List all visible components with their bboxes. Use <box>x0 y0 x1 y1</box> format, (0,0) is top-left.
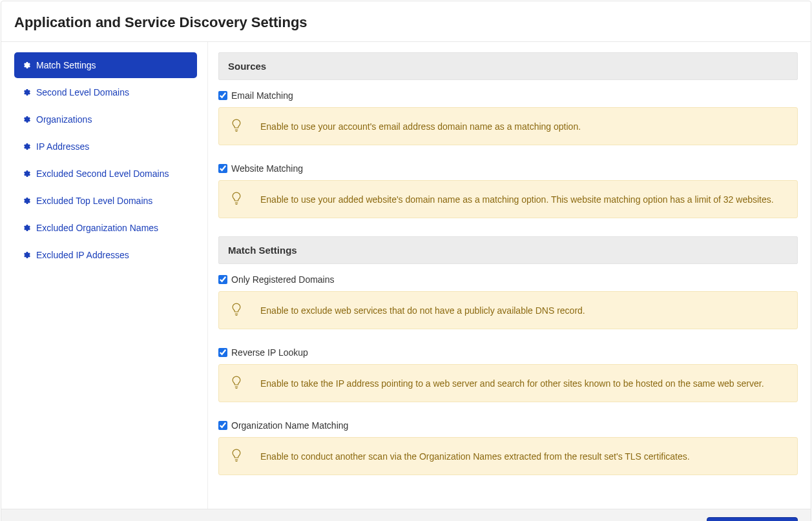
gear-icon <box>23 88 31 96</box>
setting-email-matching: Email Matching Enable to use your accoun… <box>218 90 798 145</box>
setting-organization-name-matching: Organization Name Matching Enable to con… <box>218 420 798 475</box>
sidebar-item-label: Match Settings <box>36 60 96 70</box>
sidebar-item-excluded-top-level-domains[interactable]: Excluded Top Level Domains <box>14 188 197 214</box>
checkbox-label: Website Matching <box>231 163 303 174</box>
gear-icon <box>23 224 31 232</box>
panel-footer: Save & Recrawl <box>1 509 811 521</box>
sidebar-item-second-level-domains[interactable]: Second Level Domains <box>14 79 197 105</box>
hint-box: Enable to take the IP address pointing t… <box>218 364 798 402</box>
sidebar-item-match-settings[interactable]: Match Settings <box>14 52 197 78</box>
content-area: Sources Email Matching Enable to use you… <box>208 42 811 509</box>
lightbulb-icon <box>231 302 242 318</box>
hint-text: Enable to take the IP address pointing t… <box>260 378 764 389</box>
sidebar: Match Settings Second Level Domains Orga… <box>1 42 208 509</box>
lightbulb-icon <box>231 448 242 464</box>
gear-icon <box>23 116 31 123</box>
sidebar-item-label: Second Level Domains <box>36 87 129 97</box>
sidebar-item-organizations[interactable]: Organizations <box>14 107 197 132</box>
checkbox-email-matching[interactable] <box>218 91 227 100</box>
hint-box: Enable to exclude web services that do n… <box>218 291 798 329</box>
save-and-recrawl-button[interactable]: Save & Recrawl <box>707 517 798 521</box>
section-header-match-settings: Match Settings <box>218 236 798 264</box>
lightbulb-icon <box>231 118 242 134</box>
gear-icon <box>23 197 31 205</box>
page-title: Application and Service Discovery Settin… <box>14 14 798 31</box>
sidebar-item-label: Excluded Organization Names <box>36 223 158 233</box>
checkbox-reverse-ip-lookup[interactable] <box>218 348 227 357</box>
checkbox-organization-name-matching[interactable] <box>218 421 227 430</box>
gear-icon <box>23 143 31 150</box>
gear-icon <box>23 61 31 69</box>
sidebar-item-label: Excluded IP Addresses <box>36 250 129 260</box>
checkbox-website-matching[interactable] <box>218 164 227 173</box>
sidebar-item-ip-addresses[interactable]: IP Addresses <box>14 134 197 159</box>
checkbox-label: Organization Name Matching <box>231 420 348 431</box>
hint-text: Enable to use your account's email addre… <box>260 121 581 132</box>
checkbox-label: Only Registered Domains <box>231 274 335 285</box>
hint-box: Enable to conduct another scan via the O… <box>218 437 798 475</box>
sidebar-item-excluded-organization-names[interactable]: Excluded Organization Names <box>14 215 197 241</box>
panel-header: Application and Service Discovery Settin… <box>1 1 811 41</box>
checkbox-label: Reverse IP Lookup <box>231 347 308 358</box>
lightbulb-icon <box>231 191 242 207</box>
checkbox-label: Email Matching <box>231 90 293 101</box>
gear-icon <box>23 170 31 178</box>
lightbulb-icon <box>231 375 242 391</box>
sidebar-item-label: IP Addresses <box>36 141 89 152</box>
setting-only-registered-domains: Only Registered Domains Enable to exclud… <box>218 274 798 329</box>
setting-reverse-ip-lookup: Reverse IP Lookup Enable to take the IP … <box>218 347 798 402</box>
settings-panel: Application and Service Discovery Settin… <box>1 1 811 521</box>
hint-box: Enable to use your added website's domai… <box>218 180 798 218</box>
hint-text: Enable to use your added website's domai… <box>260 194 774 205</box>
hint-box: Enable to use your account's email addre… <box>218 107 798 145</box>
gear-icon <box>23 251 31 259</box>
hint-text: Enable to exclude web services that do n… <box>260 305 585 316</box>
sidebar-item-label: Excluded Top Level Domains <box>36 196 152 206</box>
section-header-sources: Sources <box>218 52 798 80</box>
sidebar-item-excluded-ip-addresses[interactable]: Excluded IP Addresses <box>14 242 197 268</box>
sidebar-item-label: Excluded Second Level Domains <box>36 169 169 179</box>
panel-body: Match Settings Second Level Domains Orga… <box>1 41 811 509</box>
sidebar-item-excluded-second-level-domains[interactable]: Excluded Second Level Domains <box>14 161 197 187</box>
checkbox-only-registered-domains[interactable] <box>218 275 227 284</box>
sidebar-item-label: Organizations <box>36 114 92 125</box>
hint-text: Enable to conduct another scan via the O… <box>260 451 690 462</box>
setting-website-matching: Website Matching Enable to use your adde… <box>218 163 798 218</box>
